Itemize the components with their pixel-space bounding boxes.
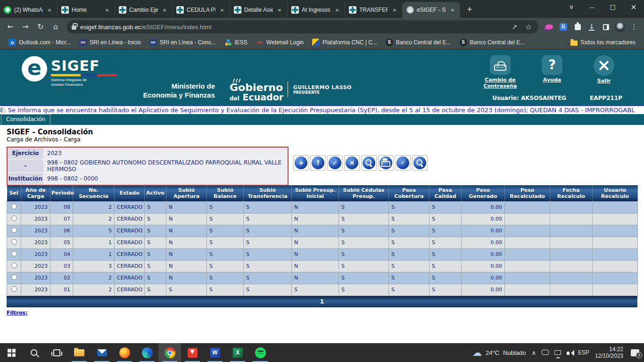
browser-tab[interactable]: CEDULA PRE: [173, 2, 230, 18]
task-view-taskbar-button[interactable]: [45, 343, 68, 362]
clock[interactable]: 14:22 12/10/2023: [595, 346, 623, 359]
side-panel-icon[interactable]: [600, 21, 612, 33]
help-button[interactable]: Ayuda: [534, 55, 570, 89]
bookmark-star-icon[interactable]: [523, 23, 534, 32]
cast-icon[interactable]: [542, 350, 549, 355]
bookmark-item[interactable]: Banco Central del E...: [382, 37, 455, 48]
cell: 0.00: [462, 248, 505, 260]
row-select-radio[interactable]: [11, 263, 17, 268]
cell: S: [389, 272, 429, 284]
notification-center-icon[interactable]: 9: [631, 349, 639, 356]
cnc-icon: [312, 39, 320, 46]
preview-button[interactable]: [361, 155, 377, 171]
row-select-radio[interactable]: [11, 215, 17, 221]
logout-button[interactable]: Salir: [586, 55, 622, 89]
extension-icon[interactable]: [543, 21, 555, 33]
tab-close-icon[interactable]: [218, 7, 226, 14]
bookmark-item[interactable]: SRI en Línea - Inicio: [75, 37, 145, 48]
param-label: Institución: [8, 173, 43, 185]
firefox-taskbar-button[interactable]: [113, 343, 136, 362]
validate-button[interactable]: [327, 155, 343, 171]
downloads-icon[interactable]: [586, 21, 598, 33]
new-document-button[interactable]: [293, 155, 309, 171]
spotify-taskbar-button[interactable]: [249, 343, 272, 362]
back-icon[interactable]: [4, 20, 17, 33]
bookmark-label: SRI en Línea - Cons...: [160, 39, 216, 46]
row-select-radio[interactable]: [11, 227, 17, 233]
translate-icon[interactable]: [557, 21, 570, 33]
browser-menu-icon[interactable]: [628, 21, 640, 33]
browser-tab[interactable]: Detalle Asien: [230, 2, 288, 18]
close-window-button[interactable]: [623, 0, 644, 14]
browser-tab[interactable]: TRANSFEREN: [345, 2, 403, 18]
bookmark-item[interactable]: IESS: [221, 37, 251, 48]
param-row: - 998 - 0802 GOBIERNO AUTONOMO DESCENTRA…: [8, 159, 288, 173]
query-button[interactable]: [412, 155, 428, 171]
approve-button[interactable]: [395, 155, 411, 171]
home-icon[interactable]: [49, 20, 62, 33]
minimize-button[interactable]: [582, 0, 603, 14]
browser-tab[interactable]: (2) WhatsApp: [0, 2, 58, 18]
excel-taskbar-button[interactable]: [226, 343, 249, 362]
tab-close-icon[interactable]: [333, 7, 341, 14]
cell: [593, 237, 638, 248]
cell: S: [207, 272, 244, 284]
filters-link[interactable]: Filtros:: [7, 310, 27, 316]
extensions-puzzle-icon[interactable]: [571, 21, 584, 33]
word-taskbar-button[interactable]: [204, 343, 226, 362]
address-bar[interactable]: esigef.finanzas.gob.ec/eSIGEF/menu/index…: [67, 20, 538, 33]
tab-search-icon[interactable]: [561, 0, 582, 14]
browser-tab[interactable]: Home: [58, 2, 115, 18]
row-select-radio[interactable]: [11, 239, 17, 245]
profile-avatar[interactable]: [614, 21, 626, 33]
mail-taskbar-button[interactable]: [91, 343, 113, 362]
row-select-radio[interactable]: [11, 274, 17, 280]
browser-tab[interactable]: At Ingresos: [288, 2, 345, 18]
tab-close-icon[interactable]: [161, 7, 168, 14]
logo-subtitle: Gestión Financiera: [51, 82, 117, 87]
edge-taskbar-button[interactable]: [136, 343, 158, 362]
language-indicator[interactable]: ESP: [578, 349, 589, 356]
start-taskbar-button[interactable]: [0, 343, 23, 362]
new-tab-button[interactable]: [463, 3, 476, 16]
maximize-button[interactable]: [603, 0, 623, 14]
change-password-button[interactable]: Cambio de Contraseña: [482, 55, 519, 89]
share-icon[interactable]: [509, 23, 520, 31]
weather-widget[interactable]: 24°C Nublado: [472, 348, 526, 357]
chrome-taskbar-button[interactable]: [158, 343, 181, 362]
bookmark-item[interactable]: Outlook.com - Micr...: [5, 37, 74, 48]
cell: S: [389, 201, 429, 213]
cell: CERRADO: [115, 225, 145, 237]
browser-tab[interactable]: eSIGEF - Sist: [403, 2, 460, 18]
tab-close-icon[interactable]: [46, 7, 53, 14]
tab-close-icon[interactable]: [103, 7, 111, 14]
row-select-radio[interactable]: [11, 286, 17, 292]
new-document-icon: [295, 156, 307, 169]
bookmark-item[interactable]: Webmail Login: [252, 37, 307, 48]
page-number[interactable]: 1: [320, 298, 324, 305]
tab-label: (2) WhatsApp: [14, 7, 43, 13]
search-taskbar-button[interactable]: [23, 343, 45, 362]
print-button[interactable]: [378, 155, 394, 171]
bookmark-item[interactable]: SRI en Línea - Cons...: [146, 37, 220, 48]
browser-tab[interactable]: Cambio Ejerc: [115, 2, 173, 18]
reload-icon[interactable]: [34, 20, 47, 33]
bookmark-item[interactable]: Plataforma CNC | C...: [308, 37, 381, 48]
delete-file-button[interactable]: [344, 155, 360, 171]
row-select-radio[interactable]: [11, 204, 17, 209]
tab-close-icon[interactable]: [449, 7, 456, 14]
all-bookmarks-button[interactable]: Todos los marcadores: [567, 38, 639, 47]
tab-consolidacion[interactable]: Consolidación: [1, 114, 50, 124]
forward-icon[interactable]: [19, 20, 32, 33]
row-select-radio[interactable]: [11, 251, 17, 256]
tab-close-icon[interactable]: [276, 7, 283, 14]
bookmark-item[interactable]: Banco Central del E...: [456, 37, 529, 48]
volume-icon[interactable]: [567, 352, 570, 355]
upload-file-button[interactable]: [310, 155, 326, 171]
column-header: Subió Balance: [207, 185, 244, 201]
tray-expand-icon[interactable]: [531, 349, 536, 356]
file-explorer-taskbar-button[interactable]: [68, 343, 91, 362]
pdf-taskbar-button[interactable]: [181, 343, 204, 362]
tab-close-icon[interactable]: [391, 7, 398, 14]
network-icon[interactable]: [554, 350, 561, 355]
